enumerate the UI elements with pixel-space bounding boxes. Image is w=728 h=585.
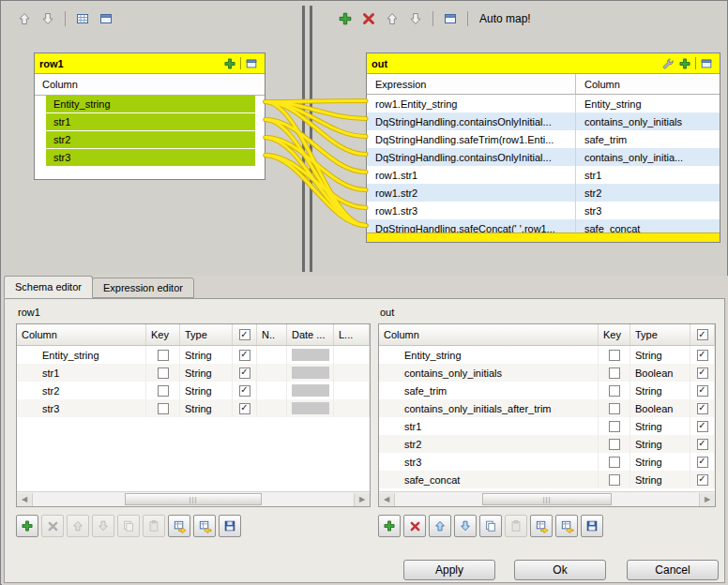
schema-row[interactable]: contains_only_initials Boolean <box>379 364 715 382</box>
scroll-left-arrow[interactable]: ◀ <box>17 493 33 506</box>
row1-cell[interactable]: Entity_string <box>46 96 255 112</box>
panel-splitter[interactable] <box>302 6 312 272</box>
minimize-panel-button[interactable] <box>243 56 260 71</box>
column-name-cell[interactable]: safe_concat <box>379 471 599 488</box>
auto-map-button[interactable]: Auto map! <box>476 12 535 25</box>
move-column-down-button[interactable] <box>454 515 477 537</box>
type-cell[interactable]: String <box>630 471 690 488</box>
schema-row[interactable]: str1 String <box>17 364 370 382</box>
nullable-cell[interactable] <box>690 471 715 488</box>
expression-cell[interactable]: row1.str1 <box>367 166 576 184</box>
column-name-cell[interactable]: safe_trim <box>379 382 599 399</box>
schema-row[interactable]: Entity_string String <box>17 346 370 364</box>
add-column-button[interactable] <box>378 515 401 537</box>
nullable-cell[interactable] <box>690 435 715 453</box>
move-column-down-button[interactable] <box>92 515 114 537</box>
row1-row-str1[interactable]: str1 <box>35 113 265 130</box>
scroll-thumb[interactable]: ||| <box>125 493 262 505</box>
column-cell[interactable]: contains_only_initials <box>576 112 720 130</box>
unchecked-checkbox[interactable] <box>609 385 620 397</box>
nullable-check-header[interactable] <box>233 324 257 345</box>
column-name-cell[interactable]: contains_only_initials_after_trim <box>379 399 599 417</box>
key-cell[interactable] <box>599 364 630 382</box>
scroll-right-arrow[interactable]: ▶ <box>354 493 370 506</box>
scroll-track[interactable]: ||| <box>33 493 354 505</box>
out-row[interactable]: row1.str3str3 <box>367 202 720 219</box>
apply-button[interactable]: Apply <box>403 560 495 580</box>
expression-cell[interactable]: row1.Entity_string <box>367 95 576 112</box>
nullable-cell[interactable] <box>690 399 715 417</box>
nullable-cell[interactable] <box>690 364 715 382</box>
column-name-cell[interactable]: str2 <box>17 382 146 399</box>
out-row[interactable]: DqStringHandling.containsOnlyInitial...c… <box>367 112 720 130</box>
grid-view-button[interactable] <box>73 9 92 28</box>
move-down-button[interactable] <box>406 9 425 28</box>
unchecked-checkbox[interactable] <box>609 474 620 486</box>
import-schema-button[interactable] <box>530 515 553 537</box>
copy-button[interactable] <box>479 515 502 537</box>
key-cell[interactable] <box>146 364 180 382</box>
checked-checkbox[interactable] <box>697 385 708 397</box>
minimize-panels-button[interactable] <box>441 9 460 28</box>
out-title-bar[interactable]: out <box>367 53 720 74</box>
type-cell[interactable]: String <box>630 417 690 435</box>
checked-checkbox[interactable] <box>697 350 708 361</box>
column-name-cell[interactable]: contains_only_initials <box>379 364 599 382</box>
schema-row[interactable]: safe_trim String <box>379 382 715 399</box>
type-header[interactable]: Type <box>630 324 690 345</box>
key-header[interactable]: Key <box>599 324 630 345</box>
key-cell[interactable] <box>599 382 630 399</box>
type-header[interactable]: Type <box>180 324 233 345</box>
nullable-header[interactable]: N.. <box>257 324 287 345</box>
add-filter-button[interactable] <box>221 56 238 71</box>
column-cell[interactable]: str2 <box>576 184 720 202</box>
expression-cell[interactable]: DqStringHandling.containsOnlyInitial... <box>367 112 576 130</box>
type-cell[interactable]: String <box>630 346 690 364</box>
remove-column-button[interactable] <box>403 515 426 537</box>
key-header[interactable]: Key <box>146 324 180 345</box>
schema-row[interactable]: str2 String <box>17 382 370 399</box>
key-cell[interactable] <box>146 346 180 364</box>
schema-row[interactable]: safe_concat String <box>379 471 715 488</box>
key-cell[interactable] <box>599 399 630 417</box>
column-name-cell[interactable]: str2 <box>379 435 599 453</box>
expression-cell[interactable]: DqStringHandling.safeTrim(row1.Enti... <box>367 130 576 148</box>
export-schema-button[interactable] <box>555 515 578 537</box>
date-cell[interactable] <box>287 364 334 382</box>
schema-row[interactable]: Entity_string String <box>379 346 715 364</box>
out-horizontal-scrollbar[interactable] <box>367 232 720 242</box>
minimize-panels-button[interactable] <box>97 9 115 28</box>
n-cell[interactable] <box>257 364 287 382</box>
row1-cell[interactable]: str2 <box>46 131 255 148</box>
add-output-button[interactable] <box>336 9 355 28</box>
n-cell[interactable] <box>257 399 287 417</box>
schema-row[interactable]: str3 String <box>379 453 715 471</box>
type-cell[interactable]: String <box>630 382 690 399</box>
paste-button[interactable] <box>143 515 165 537</box>
save-schema-button[interactable] <box>219 515 241 537</box>
key-cell[interactable] <box>146 382 180 399</box>
checked-checkbox[interactable] <box>697 457 708 468</box>
type-cell[interactable]: String <box>180 399 233 417</box>
remove-output-button[interactable] <box>359 9 378 28</box>
checked-checkbox[interactable] <box>697 421 708 432</box>
n-cell[interactable] <box>257 382 287 399</box>
nullable-cell[interactable] <box>233 346 257 364</box>
checked-checkbox[interactable] <box>239 368 250 379</box>
out-row[interactable]: DqStringHandling.safeTrim(row1.Enti...sa… <box>367 130 720 148</box>
row1-cell[interactable]: str1 <box>46 113 255 130</box>
checked-checkbox[interactable] <box>697 403 708 414</box>
schema-row[interactable]: str2 String <box>379 435 715 453</box>
key-cell[interactable] <box>599 471 630 488</box>
checked-checkbox[interactable] <box>697 474 708 486</box>
nullable-cell[interactable] <box>233 399 257 417</box>
move-down-button[interactable] <box>38 9 57 28</box>
nullable-cell[interactable] <box>690 417 715 435</box>
left-table-horizontal-scrollbar[interactable]: ◀ ||| ▶ <box>17 491 370 506</box>
type-cell[interactable]: String <box>180 382 233 399</box>
column-cell[interactable]: str3 <box>576 202 720 219</box>
length-cell[interactable] <box>334 399 370 417</box>
export-schema-button[interactable] <box>193 515 216 537</box>
column-cell[interactable]: contains_only_initia... <box>576 148 720 166</box>
move-column-up-button[interactable] <box>67 515 89 537</box>
